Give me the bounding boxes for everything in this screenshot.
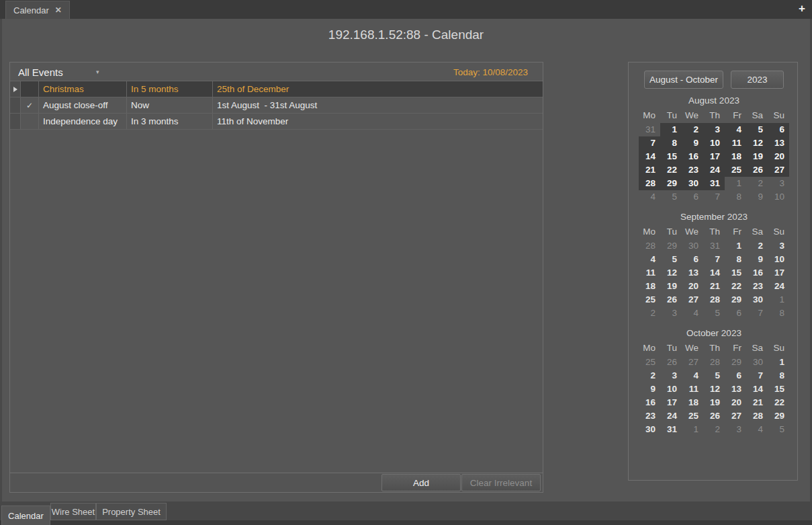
day-cell[interactable]: 21: [746, 396, 768, 409]
day-cell[interactable]: 6: [725, 307, 746, 320]
day-cell[interactable]: 22: [725, 280, 746, 293]
day-cell[interactable]: 11: [682, 382, 703, 396]
add-tab-icon[interactable]: +: [799, 2, 805, 15]
day-cell[interactable]: 8: [768, 307, 789, 320]
event-row[interactable]: ChristmasIn 5 months25th of December: [10, 81, 543, 97]
day-cell[interactable]: 2: [639, 307, 660, 320]
day-cell[interactable]: 31: [660, 423, 682, 436]
day-cell[interactable]: 9: [746, 190, 768, 204]
day-cell[interactable]: 12: [660, 266, 682, 280]
day-cell[interactable]: 4: [725, 123, 746, 136]
day-cell[interactable]: 2: [703, 423, 725, 436]
day-cell[interactable]: 30: [639, 423, 660, 436]
day-cell[interactable]: 4: [682, 307, 703, 320]
day-cell[interactable]: 2: [639, 369, 660, 382]
day-cell[interactable]: 8: [725, 253, 746, 266]
day-cell[interactable]: 22: [768, 396, 789, 409]
day-cell[interactable]: 10: [768, 190, 789, 204]
day-cell[interactable]: 27: [682, 293, 703, 307]
day-cell[interactable]: 5: [768, 423, 789, 436]
day-cell[interactable]: 16: [639, 396, 660, 409]
close-tab-icon[interactable]: ✕: [55, 5, 62, 15]
day-cell[interactable]: 18: [639, 280, 660, 293]
day-cell[interactable]: 14: [746, 382, 768, 396]
day-cell[interactable]: 15: [660, 150, 682, 163]
tab-calendar-view[interactable]: Calendar ✕: [5, 1, 70, 19]
day-cell[interactable]: 6: [768, 123, 789, 136]
day-cell[interactable]: 2: [682, 123, 703, 136]
day-cell[interactable]: 23: [746, 280, 768, 293]
day-cell[interactable]: 17: [768, 266, 789, 280]
bottom-tab-wire-sheet[interactable]: Wire Sheet: [50, 503, 96, 520]
day-cell[interactable]: 27: [682, 356, 703, 369]
day-cell[interactable]: 18: [682, 396, 703, 409]
bottom-tab-calendar[interactable]: Calendar: [1, 506, 50, 525]
day-cell[interactable]: 1: [725, 177, 746, 190]
bottom-tab-property-sheet[interactable]: Property Sheet: [96, 503, 167, 520]
day-cell[interactable]: 22: [660, 163, 682, 177]
day-cell[interactable]: 25: [682, 409, 703, 423]
day-cell[interactable]: 3: [660, 369, 682, 382]
day-cell[interactable]: 1: [660, 123, 682, 136]
day-cell[interactable]: 13: [725, 382, 746, 396]
day-cell[interactable]: 6: [682, 190, 703, 204]
day-cell[interactable]: 6: [725, 369, 746, 382]
day-cell[interactable]: 30: [682, 239, 703, 253]
day-cell[interactable]: 31: [703, 239, 725, 253]
day-cell[interactable]: 20: [682, 280, 703, 293]
day-cell[interactable]: 7: [746, 369, 768, 382]
day-cell[interactable]: 19: [746, 150, 768, 163]
day-cell[interactable]: 28: [703, 293, 725, 307]
day-cell[interactable]: 19: [703, 396, 725, 409]
day-cell[interactable]: 5: [703, 307, 725, 320]
day-cell[interactable]: 10: [660, 382, 682, 396]
day-cell[interactable]: 16: [682, 150, 703, 163]
day-cell[interactable]: 26: [660, 356, 682, 369]
day-cell[interactable]: 13: [768, 136, 789, 150]
day-cell[interactable]: 28: [746, 409, 768, 423]
day-cell[interactable]: 25: [725, 163, 746, 177]
day-cell[interactable]: 26: [746, 163, 768, 177]
chevron-down-icon[interactable]: ▾: [96, 69, 99, 75]
day-cell[interactable]: 26: [660, 293, 682, 307]
day-cell[interactable]: 28: [703, 356, 725, 369]
day-cell[interactable]: 19: [660, 280, 682, 293]
event-row[interactable]: ✓August close-offNow1st August - 31st Au…: [10, 97, 543, 114]
day-cell[interactable]: 5: [660, 253, 682, 266]
day-cell[interactable]: 1: [768, 293, 789, 307]
day-cell[interactable]: 31: [639, 123, 660, 136]
day-cell[interactable]: 11: [725, 136, 746, 150]
year-button[interactable]: 2023: [731, 71, 784, 89]
day-cell[interactable]: 8: [660, 136, 682, 150]
day-cell[interactable]: 4: [639, 253, 660, 266]
event-row[interactable]: Independence dayIn 3 months11th of Novem…: [10, 114, 543, 130]
day-cell[interactable]: 3: [703, 123, 725, 136]
day-cell[interactable]: 4: [639, 190, 660, 204]
day-cell[interactable]: 29: [660, 177, 682, 190]
day-cell[interactable]: 3: [660, 307, 682, 320]
events-filter-dropdown[interactable]: All Events: [18, 63, 63, 81]
day-cell[interactable]: 1: [768, 356, 789, 369]
day-cell[interactable]: 31: [703, 177, 725, 190]
day-cell[interactable]: 17: [703, 150, 725, 163]
day-cell[interactable]: 2: [746, 177, 768, 190]
day-cell[interactable]: 2: [746, 239, 768, 253]
day-cell[interactable]: 5: [746, 123, 768, 136]
day-cell[interactable]: 14: [703, 266, 725, 280]
day-cell[interactable]: 9: [682, 136, 703, 150]
day-cell[interactable]: 1: [682, 423, 703, 436]
day-cell[interactable]: 30: [682, 177, 703, 190]
day-cell[interactable]: 25: [639, 356, 660, 369]
day-cell[interactable]: 26: [703, 409, 725, 423]
day-cell[interactable]: 24: [703, 163, 725, 177]
day-cell[interactable]: 3: [725, 423, 746, 436]
day-cell[interactable]: 25: [639, 293, 660, 307]
day-cell[interactable]: 10: [703, 136, 725, 150]
day-cell[interactable]: 4: [682, 369, 703, 382]
day-cell[interactable]: 7: [703, 253, 725, 266]
day-cell[interactable]: 30: [746, 356, 768, 369]
day-cell[interactable]: 7: [639, 136, 660, 150]
day-cell[interactable]: 28: [639, 239, 660, 253]
day-cell[interactable]: 15: [768, 382, 789, 396]
month-range-button[interactable]: August - October: [644, 71, 723, 89]
